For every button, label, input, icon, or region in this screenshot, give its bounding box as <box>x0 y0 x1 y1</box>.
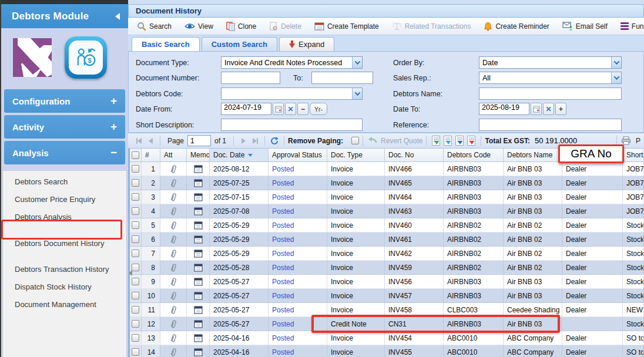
memo-calendar-icon[interactable] <box>187 275 210 289</box>
printer-icon[interactable] <box>620 135 632 147</box>
attachment-icon[interactable] <box>160 233 187 247</box>
clear-date-icon[interactable]: ✕ <box>285 103 296 115</box>
revert-quote-icon[interactable] <box>367 135 378 147</box>
row-checkbox[interactable] <box>130 233 142 247</box>
attachment-icon[interactable] <box>160 317 187 331</box>
memo-calendar-icon[interactable] <box>187 331 210 345</box>
col-header-num[interactable]: # <box>142 149 160 161</box>
approval-status-link[interactable]: Posted <box>269 190 327 204</box>
calendar-picker-icon[interactable] <box>531 103 542 115</box>
memo-calendar-icon[interactable] <box>187 162 210 176</box>
table-row[interactable]: 32025-07-15PostedInvoiceINV464AIRBNB03Ai… <box>130 190 644 204</box>
approval-status-link[interactable]: Posted <box>269 261 327 275</box>
sidebar-section-analysis[interactable]: Analysis − <box>4 141 125 164</box>
search-button[interactable]: Search <box>133 20 176 33</box>
attachment-icon[interactable] <box>160 218 187 233</box>
col-header-short-description[interactable]: Short D <box>623 149 644 161</box>
attachment-icon[interactable] <box>160 176 187 190</box>
expand-button[interactable]: Expand <box>279 37 334 51</box>
row-checkbox[interactable] <box>130 176 142 190</box>
approval-status-link[interactable]: Posted <box>269 345 327 357</box>
sales-rep-select[interactable]: All <box>479 72 622 84</box>
sidebar-item-dispatch-stock-history[interactable]: Dispatch Stock History <box>3 278 126 296</box>
table-row[interactable]: 72025-05-29PostedInvoiceINV462AIRBNB02Ai… <box>130 247 644 261</box>
approval-status-link[interactable]: Posted <box>269 275 327 289</box>
row-checkbox[interactable] <box>130 204 142 218</box>
approval-status-link[interactable]: Posted <box>269 303 327 317</box>
prev-page-icon[interactable] <box>145 135 156 147</box>
create-reminder-button[interactable]: Create Reminder <box>479 20 553 33</box>
col-header-debtors-name[interactable]: Debtors Name <box>504 149 562 161</box>
row-checkbox[interactable] <box>130 275 142 289</box>
attachment-icon[interactable] <box>160 162 187 176</box>
attachment-icon[interactable] <box>160 303 187 317</box>
sidebar-section-activity[interactable]: Activity + <box>4 115 125 139</box>
col-header-doc-no[interactable]: Doc. No <box>385 149 444 161</box>
memo-calendar-icon[interactable] <box>187 204 210 218</box>
first-page-icon[interactable] <box>133 135 145 147</box>
last-page-icon[interactable] <box>249 135 261 147</box>
approval-status-link[interactable]: Posted <box>269 162 327 176</box>
approval-status-link[interactable]: Posted <box>269 218 327 233</box>
memo-calendar-icon[interactable] <box>187 176 210 190</box>
document-number-to-input[interactable] <box>311 72 373 84</box>
refresh-icon[interactable] <box>269 135 280 147</box>
attachment-icon[interactable] <box>160 247 187 261</box>
attachment-icon[interactable] <box>160 261 187 275</box>
row-checkbox[interactable] <box>130 190 142 204</box>
order-by-select[interactable]: Date <box>479 56 622 69</box>
functions-button[interactable]: Functions <box>616 19 644 33</box>
memo-calendar-icon[interactable] <box>187 261 210 275</box>
col-header-memo[interactable]: Memo <box>187 149 210 161</box>
short-description-input[interactable] <box>221 119 363 131</box>
year-minus-button[interactable]: Yr- <box>310 103 327 115</box>
table-row[interactable]: 102025-05-27PostedInvoiceINV457AIRBNB03A… <box>130 289 644 303</box>
debtors-name-input[interactable] <box>479 87 622 100</box>
table-row[interactable]: 22025-07-25PostedInvoiceINV465AIRBNB03Ai… <box>130 176 644 190</box>
col-header-approval-status[interactable]: Approval Status <box>269 149 327 161</box>
document-type-select[interactable]: Invoice And Credit Notes Processed <box>221 56 363 69</box>
debtors-app-icon[interactable]: $ <box>65 36 107 79</box>
table-row[interactable]: 122025-05-27PostedCredit NoteCN31AIRBNB0… <box>130 317 644 331</box>
related-transactions-button[interactable]: Related Transactions <box>388 20 475 32</box>
table-row[interactable]: 92025-05-27PostedInvoiceINV456AIRBNB03Ai… <box>130 275 644 289</box>
chevron-down-icon[interactable] <box>611 57 621 68</box>
memo-calendar-icon[interactable] <box>187 303 210 317</box>
memo-calendar-icon[interactable] <box>187 233 210 247</box>
attachment-icon[interactable] <box>160 190 187 204</box>
attachment-icon[interactable] <box>160 345 187 357</box>
chevron-down-icon[interactable] <box>352 57 362 68</box>
export-csv-icon[interactable] <box>444 136 452 146</box>
approval-status-link[interactable]: Posted <box>269 233 327 247</box>
chevron-down-icon[interactable] <box>611 72 621 83</box>
table-row[interactable]: 82025-05-28PostedInvoiceINV459AIRBNB02Ai… <box>130 261 644 275</box>
export-excel-icon[interactable] <box>432 136 440 146</box>
attachment-icon[interactable] <box>160 204 187 218</box>
approval-status-link[interactable]: Posted <box>269 247 327 261</box>
memo-calendar-icon[interactable] <box>187 247 210 261</box>
remove-paging-checkbox[interactable] <box>351 137 359 144</box>
table-row[interactable]: 112025-05-27PostedInvoiceINV458CLBC003Ce… <box>130 303 644 317</box>
row-checkbox[interactable] <box>130 303 142 317</box>
calendar-picker-icon[interactable] <box>273 103 284 115</box>
row-checkbox[interactable] <box>130 331 142 345</box>
panel-splitter-icon[interactable] <box>129 270 132 276</box>
chevron-down-icon[interactable] <box>352 88 362 99</box>
memo-calendar-icon[interactable] <box>187 190 210 204</box>
approval-status-link[interactable]: Posted <box>269 176 327 190</box>
col-header-gra-no[interactable] <box>562 149 623 161</box>
next-page-icon[interactable] <box>237 135 249 147</box>
sidebar-collapse-icon[interactable] <box>115 13 120 20</box>
create-template-button[interactable]: Create Template <box>310 21 383 32</box>
clone-button[interactable]: Clone <box>222 20 260 33</box>
sidebar-item-document-management[interactable]: Document Management <box>3 296 126 314</box>
table-row[interactable]: 142025-04-16PostedInvoiceINV455ABC0010AB… <box>130 345 644 357</box>
row-checkbox[interactable] <box>130 218 142 233</box>
document-number-input[interactable] <box>221 72 280 84</box>
date-to-input[interactable]: 2025-08-19 <box>479 103 529 115</box>
expand-plus-icon[interactable]: + <box>110 120 117 133</box>
date-plus-button[interactable]: + <box>555 103 566 115</box>
row-checkbox[interactable] <box>130 345 142 357</box>
expand-plus-icon[interactable]: + <box>110 95 117 107</box>
approval-status-link[interactable]: Posted <box>269 204 327 218</box>
